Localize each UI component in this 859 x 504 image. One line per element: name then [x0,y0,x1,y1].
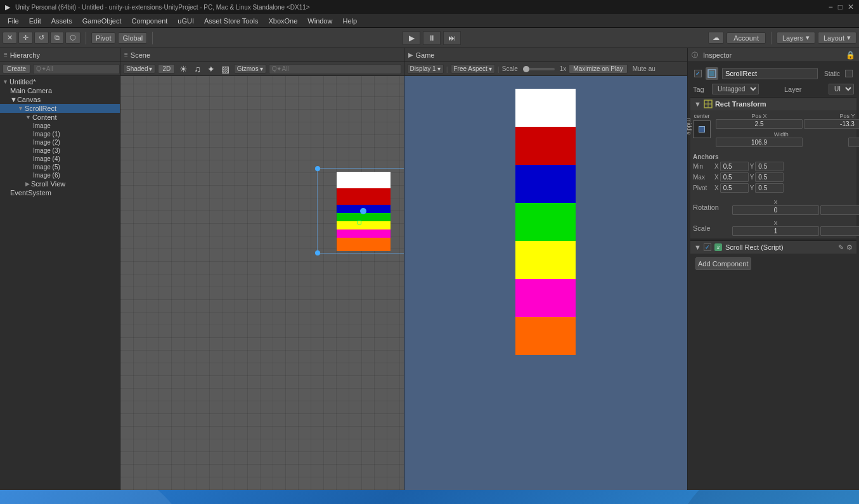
static-checkbox[interactable] [845,70,853,77]
hier-item-content[interactable]: ▼ Content [0,113,120,122]
hier-item-scrollview[interactable]: ▶ Scroll View [0,179,120,188]
hier-item-scrollrect[interactable]: ▼ ScrollRect [0,104,120,113]
menu-file[interactable]: File [3,16,24,26]
obj-active-checkbox[interactable] [694,70,702,77]
maximize-btn[interactable]: Maximize on Play [569,64,627,74]
menu-xboxone[interactable]: XboxOne [263,16,302,26]
hier-item-image1[interactable]: Image (1) [0,130,120,138]
hier-item-canvas[interactable]: ▼ Canvas [0,95,120,104]
transform-handle-tl[interactable] [315,166,320,171]
window-controls[interactable]: − □ ✕ [829,3,854,11]
cloud-button[interactable]: ☁ [708,32,724,44]
scale-slider[interactable] [523,68,555,70]
scene-content[interactable] [120,76,404,490]
step-button[interactable]: ⏭ [443,31,461,45]
transform-handle-center[interactable] [360,208,366,214]
menu-ugui[interactable]: uGUI [172,16,199,26]
fx-icon[interactable]: ✦ [205,64,217,74]
hierarchy-search[interactable] [33,64,120,74]
tool-scale[interactable]: ⧉ [50,32,64,44]
hier-item-image5[interactable]: Image (5) [0,163,120,171]
audio-icon[interactable]: ♫ [192,64,203,74]
rect-transform-icon [704,100,713,108]
pause-button[interactable]: ⏸ [423,31,441,45]
menu-gameobject[interactable]: GameObject [77,16,127,26]
tool-move[interactable]: ✛ [18,32,33,44]
inspector-lock[interactable]: 🔒 [846,51,855,60]
min-x-input[interactable] [720,162,749,171]
minimize-btn[interactable]: − [829,3,833,11]
maximize-btn[interactable]: □ [838,3,843,11]
menu-window[interactable]: Window [302,16,337,26]
width-input[interactable] [716,138,803,147]
max-x-input[interactable] [720,172,749,182]
hier-item-image4[interactable]: Image (4) [0,155,120,163]
hier-item-maincamera[interactable]: Main Camera [0,86,120,95]
scroll-rect-active-cb[interactable] [704,243,711,251]
hier-item-image6[interactable]: Image (6) [0,171,120,179]
camera-icon[interactable]: ▨ [219,64,231,74]
posx-input[interactable] [716,119,803,129]
tool-rect[interactable]: ⬡ [65,32,81,44]
account-button[interactable]: Account [727,32,766,44]
close-btn[interactable]: ✕ [848,3,854,11]
scene-block-4 [337,221,391,229]
tag-select[interactable]: Untagged [712,84,759,94]
create-button[interactable]: Create [3,64,30,74]
gizmos-dropdown[interactable]: Gizmos ▾ [234,64,266,74]
tool-hand[interactable]: ✕ [3,32,17,44]
global-btn[interactable]: Global [118,32,147,44]
min-y-input[interactable] [755,162,784,171]
pivot-btn[interactable]: Pivot [91,32,115,44]
sun-icon[interactable]: ☀ [178,64,190,74]
hier-item-eventsystem[interactable]: EventSystem [0,188,120,197]
game-block-2 [515,165,576,203]
layers-button[interactable]: Layers ▾ [777,32,815,44]
aspect-dropdown[interactable]: Free Aspect ▾ [451,64,495,74]
scale-y-input[interactable] [820,226,859,236]
hier-item-image0[interactable]: Image [0,122,120,130]
add-component-button[interactable]: Add Component [695,257,751,270]
scale-row: Scale X Y Z [690,217,856,238]
static-label: Static [824,70,840,77]
posy-input[interactable] [804,119,859,129]
pivot-x-input[interactable] [720,183,749,193]
rect-transform-header[interactable]: ▼ Rect Transform [690,98,856,110]
scale-handle[interactable] [523,66,529,72]
rot-y-input[interactable] [820,205,859,215]
menu-help[interactable]: Help [337,16,362,26]
menu-assetstoretools[interactable]: Asset Store Tools [199,16,263,26]
transform-handle-bl[interactable] [315,250,320,255]
hierarchy-title: Hierarchy [10,51,40,59]
tool-rotate[interactable]: ↺ [34,32,49,44]
layer-select[interactable]: UI [829,84,854,94]
hier-item-untitled[interactable]: ▼ Untitled* [0,77,120,86]
menu-edit[interactable]: Edit [24,16,46,26]
menu-component[interactable]: Component [126,16,172,26]
max-y-input[interactable] [755,172,784,182]
hier-item-image3[interactable]: Image (3) [0,146,120,155]
scroll-rect-menu-icon[interactable]: ⚙ [846,243,853,252]
pivot-y-input[interactable] [755,183,784,193]
menu-assets[interactable]: Assets [46,16,77,26]
rot-x-lbl: X [732,199,819,205]
mode-2d-btn[interactable]: 2D [158,64,175,74]
scene-search[interactable] [269,64,401,74]
anchor-widget: center middle [693,113,711,147]
rot-x-input[interactable] [732,205,819,215]
scene-block-1 [337,188,391,205]
scale-x-input[interactable] [732,226,819,236]
scroll-rect-edit-icon[interactable]: ✎ [838,243,844,252]
shading-dropdown[interactable]: Shaded ▾ [123,64,155,74]
display-dropdown[interactable]: Display 1 ▾ [407,64,444,74]
hier-item-image2[interactable]: Image (2) [0,138,120,146]
game-block-4 [515,241,576,279]
scroll-rect-header[interactable]: ▼ # Scroll Rect (Script) ✎ ⚙ [690,240,856,254]
layout-button[interactable]: Layout ▾ [818,32,856,44]
scene-toolbar: Shaded ▾ 2D ☀ ♫ ✦ ▨ Gizmos ▾ [120,62,404,76]
anchor-box[interactable] [693,120,711,138]
play-button[interactable]: ▶ [403,31,420,45]
obj-name-input[interactable] [722,68,818,79]
scene-block-3 [337,213,391,221]
height-input[interactable] [848,138,860,147]
